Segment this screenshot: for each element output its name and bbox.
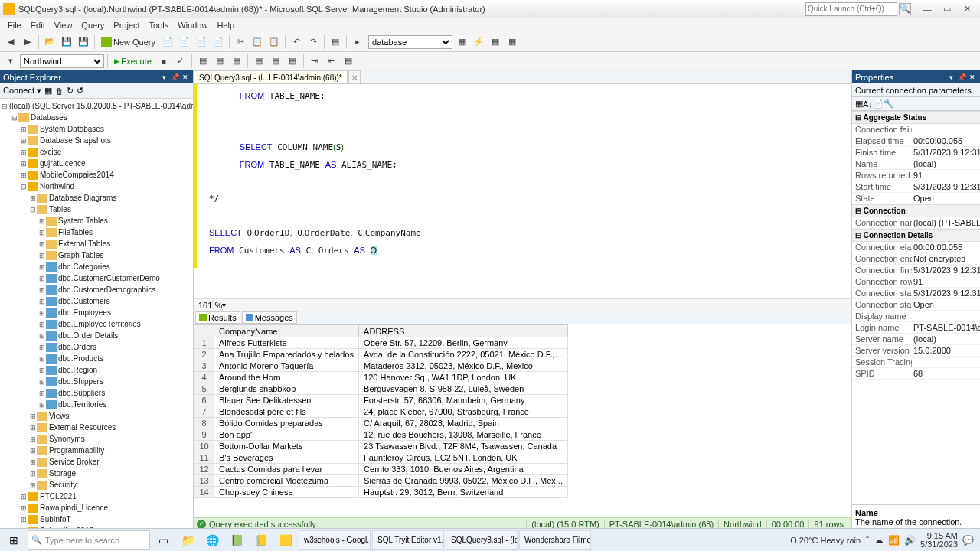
prop-category[interactable]: ⊟ Connection	[852, 204, 980, 217]
prop-row[interactable]: Connection finish t5/31/2023 9:12:31 AM	[852, 265, 980, 276]
file-icon[interactable]: 📄	[194, 34, 209, 50]
tree-node[interactable]: ⊞Storage	[2, 468, 191, 479]
cell[interactable]: Obere Str. 57, 12209, Berlin, Germany	[359, 337, 568, 349]
messages-tab[interactable]: Messages	[242, 311, 297, 324]
prop-row[interactable]: Rows returned91	[852, 170, 980, 181]
file-icon[interactable]: 📄	[177, 34, 192, 50]
close-icon[interactable]: ✕	[181, 73, 190, 82]
app-icon[interactable]: 🟨	[274, 530, 297, 551]
refresh-icon[interactable]: 🗑	[55, 86, 64, 96]
cell[interactable]: Bottom-Dollar Markets	[214, 441, 359, 452]
tree-node[interactable]: ⊞Rawalpindi_Licence	[2, 502, 191, 514]
excel-icon[interactable]: 📗	[225, 530, 248, 551]
zoom-indicator[interactable]: 161 % ▾	[194, 298, 851, 311]
wifi-icon[interactable]: 📶	[888, 535, 900, 546]
prop-row[interactable]: Start time5/31/2023 9:12:31 AM	[852, 181, 980, 193]
prop-row[interactable]: Server version15.0.2000	[852, 345, 980, 357]
wrench-icon[interactable]: 🔧	[884, 99, 894, 109]
tree-node[interactable]: ⊞dbo.Orders	[2, 341, 191, 353]
quick-launch-input[interactable]	[805, 2, 897, 16]
pin-icon[interactable]: ▾	[946, 73, 956, 82]
tab-close-icon[interactable]: ✕	[348, 70, 361, 83]
chrome-icon[interactable]: 🌐	[201, 530, 224, 551]
tree-node[interactable]: ⊞dbo.Suppliers	[2, 387, 191, 399]
parse-icon[interactable]: ✓	[173, 54, 188, 69]
prop-row[interactable]: Connection name(local) (PT-SABLE-0014\	[852, 217, 980, 229]
prop-row[interactable]: Connection stateOpen	[852, 299, 980, 311]
tree-node[interactable]: ⊞Graph Tables	[2, 249, 191, 261]
back-button[interactable]: ◀	[3, 34, 18, 50]
tree-node[interactable]: ⊞Programmability	[2, 445, 191, 456]
chevron-up-icon[interactable]: ˄	[865, 535, 870, 546]
tree-node[interactable]: ⊟Databases	[2, 112, 191, 123]
opt-icon[interactable]: ▤	[285, 54, 300, 69]
tree-node[interactable]: ⊞gujratLicence	[2, 158, 191, 169]
tree-node[interactable]: ⊞excise	[2, 146, 191, 158]
prop-row[interactable]: Session Tracing ID	[852, 357, 980, 368]
volume-icon[interactable]: 🔊	[904, 535, 916, 546]
page-icon[interactable]: 📄	[873, 99, 884, 109]
cell[interactable]: Hauptstr. 29, 3012, Bern, Switzerland	[359, 487, 568, 498]
tree-node[interactable]: ⊞dbo.Categories	[2, 261, 191, 272]
menu-view[interactable]: View	[50, 21, 77, 30]
prop-row[interactable]: Name(local)	[852, 158, 980, 170]
pin-icon[interactable]: 📌	[170, 73, 179, 82]
menu-query[interactable]: Query	[77, 21, 109, 30]
prop-row[interactable]: Connection start ti5/31/2023 9:12:31 AM	[852, 288, 980, 299]
tree-node[interactable]: ⊞System Tables	[2, 215, 191, 227]
cell[interactable]: 120 Hanover Sq., WA1 1DP, London, UK	[359, 372, 568, 383]
plan-icon[interactable]: ▤	[195, 54, 211, 69]
cell[interactable]: B's Beverages	[214, 452, 359, 464]
prop-row[interactable]: Display name	[852, 311, 980, 322]
dropdown-icon[interactable]: ▾	[3, 54, 18, 69]
tree-node[interactable]: ⊞dbo.Order Details	[2, 330, 191, 341]
tree-node[interactable]: ⊞SubInfoT	[2, 514, 191, 525]
cat-icon[interactable]: ▦	[855, 99, 863, 109]
comment-icon[interactable]: ▤	[341, 54, 356, 69]
opt-icon[interactable]: ▤	[251, 54, 266, 69]
tree-node[interactable]: ⊞Service Broker	[2, 456, 191, 468]
col-header[interactable]: ADDRESS	[359, 325, 568, 337]
close-icon[interactable]: ✕	[968, 73, 977, 82]
results-grid[interactable]: CompanyNameADDRESS1Alfreds FutterkisteOb…	[194, 324, 851, 517]
tree-node[interactable]: ⊞FileTables	[2, 227, 191, 238]
stop-icon[interactable]: ■	[156, 54, 172, 69]
tool-icon[interactable]: ▦	[488, 34, 503, 50]
editor-tab[interactable]: SQLQuery3.sql - (l...LE-0014\admin (68))…	[194, 70, 348, 83]
prop-category[interactable]: ⊟ Connection Details	[852, 229, 980, 242]
cell[interactable]: Berglunds snabbköp	[214, 383, 359, 395]
cell[interactable]: Fauntleroy Circus, EC2 5NT, London, UK	[359, 452, 568, 464]
tree-node[interactable]: ⊞Database Snapshots	[2, 135, 191, 146]
explorer-icon[interactable]: 📁	[176, 530, 199, 551]
prop-row[interactable]: Finish time5/31/2023 9:12:31 AM	[852, 147, 980, 158]
tree-node[interactable]: ⊞dbo.Region	[2, 364, 191, 376]
tree-node[interactable]: ⊞dbo.EmployeeTerritories	[2, 318, 191, 330]
db-selector[interactable]: ▸ database	[350, 34, 452, 50]
cell[interactable]: Avda. de la Constitución 2222, 05021, Mé…	[359, 349, 568, 360]
cell[interactable]: Centro comercial Moctezuma	[214, 475, 359, 487]
taskbar-search[interactable]: 🔍 Type here to search	[28, 530, 150, 550]
cell[interactable]: Alfreds Futterkiste	[214, 337, 359, 349]
tree-node[interactable]: ⊞MobileCompaies2014	[2, 169, 191, 181]
cell[interactable]: Chop-suey Chinese	[214, 487, 359, 498]
menu-window[interactable]: Window	[173, 21, 212, 30]
cell[interactable]: Mataderos 2312, 05023, México D.F., Mexi…	[359, 360, 568, 372]
paste-icon[interactable]: 📋	[266, 34, 282, 50]
tree-node[interactable]: ⊞Views	[2, 410, 191, 422]
file-icon[interactable]: 📄	[211, 34, 226, 50]
tool-icon[interactable]: ⚡	[471, 34, 486, 50]
prop-row[interactable]: Login namePT-SABLE-0014\admin	[852, 322, 980, 334]
tree-node[interactable]: ⊞dbo.Territories	[2, 399, 191, 410]
cell[interactable]: Bólido Comidas preparadas	[214, 418, 359, 429]
taskbar-app[interactable]: SQL Tryit Editor v1...	[372, 530, 444, 550]
tree-node[interactable]: ⊞dbo.CustomerCustomerDemo	[2, 272, 191, 284]
system-tray[interactable]: O 20°C Heavy rain ˄ ☁ 📶 🔊 9:15 AM5/31/20…	[786, 532, 978, 549]
quick-launch[interactable]: 🔍	[805, 2, 911, 16]
redo-icon[interactable]: ↷	[305, 34, 321, 50]
results-tab[interactable]: Results	[195, 311, 240, 324]
cell[interactable]: 23 Tsawassen Blvd., T2F 8M4, Tsawassen, …	[359, 441, 568, 452]
tree-node[interactable]: ⊞PTCL2021	[2, 491, 191, 502]
prop-category[interactable]: ⊟ Aggregate Status	[852, 111, 980, 124]
cut-icon[interactable]: ✂	[233, 34, 248, 50]
tree-node[interactable]: ⊟Northwind	[2, 181, 191, 192]
